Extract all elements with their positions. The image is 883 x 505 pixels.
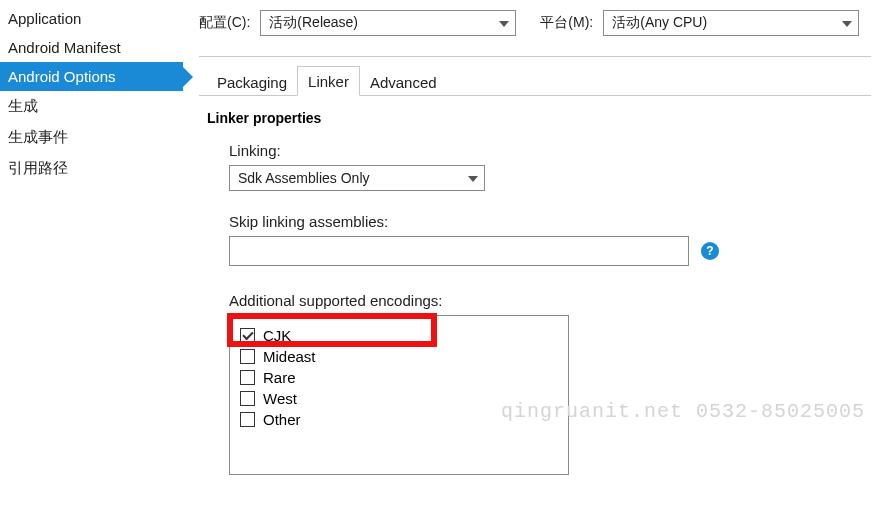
project-properties-sidebar: ApplicationAndroid ManifestAndroid Optio…	[0, 0, 183, 505]
encoding-item[interactable]: Mideast	[240, 347, 558, 366]
section-title: Linker properties	[207, 110, 871, 126]
chevron-down-icon	[499, 21, 509, 27]
tab[interactable]: Packaging	[207, 68, 297, 96]
linking-value: Sdk Assemblies Only	[238, 170, 370, 186]
checkbox-icon[interactable]	[240, 412, 255, 427]
sidebar-item[interactable]: 引用路径	[0, 153, 183, 184]
chevron-down-icon	[468, 176, 478, 182]
encoding-item[interactable]: Other	[240, 410, 558, 429]
options-tabs: PackagingLinkerAdvanced	[199, 65, 871, 96]
chevron-down-icon	[842, 21, 852, 27]
encoding-item[interactable]: CJK	[240, 326, 558, 345]
platform-value: 活动(Any CPU)	[612, 14, 707, 32]
config-value: 活动(Release)	[269, 14, 358, 32]
encodings-label: Additional supported encodings:	[229, 292, 871, 309]
sidebar-item[interactable]: Application	[0, 4, 183, 33]
encoding-label: CJK	[263, 327, 291, 344]
help-icon[interactable]: ?	[701, 242, 719, 260]
checkbox-icon[interactable]	[240, 370, 255, 385]
config-label: 配置(C):	[199, 14, 250, 32]
platform-label: 平台(M):	[540, 14, 593, 32]
platform-dropdown[interactable]: 活动(Any CPU)	[603, 10, 859, 36]
encoding-label: Mideast	[263, 348, 316, 365]
checkbox-icon[interactable]	[240, 328, 255, 343]
checkbox-icon[interactable]	[240, 349, 255, 364]
tab[interactable]: Linker	[297, 66, 360, 96]
encoding-label: West	[263, 390, 297, 407]
encoding-item[interactable]: Rare	[240, 368, 558, 387]
tab[interactable]: Advanced	[360, 68, 447, 96]
encodings-listbox: CJKMideastRareWestOther	[229, 315, 569, 475]
sidebar-item[interactable]: 生成	[0, 91, 183, 122]
sidebar-item[interactable]: Android Manifest	[0, 33, 183, 62]
encoding-item[interactable]: West	[240, 389, 558, 408]
linker-panel: Linker properties Linking: Sdk Assemblie…	[199, 110, 871, 475]
divider	[199, 56, 871, 57]
sidebar-item[interactable]: Android Options	[0, 62, 183, 91]
configuration-bar: 配置(C): 活动(Release) 平台(M): 活动(Any CPU)	[199, 10, 871, 36]
checkbox-icon[interactable]	[240, 391, 255, 406]
linking-dropdown[interactable]: Sdk Assemblies Only	[229, 165, 485, 191]
skip-linking-input[interactable]	[229, 236, 689, 266]
linking-label: Linking:	[229, 142, 871, 159]
encoding-label: Other	[263, 411, 301, 428]
main-pane: 配置(C): 活动(Release) 平台(M): 活动(Any CPU) Pa…	[183, 0, 883, 505]
config-dropdown[interactable]: 活动(Release)	[260, 10, 516, 36]
skip-linking-label: Skip linking assemblies:	[229, 213, 871, 230]
sidebar-item[interactable]: 生成事件	[0, 122, 183, 153]
encoding-label: Rare	[263, 369, 296, 386]
